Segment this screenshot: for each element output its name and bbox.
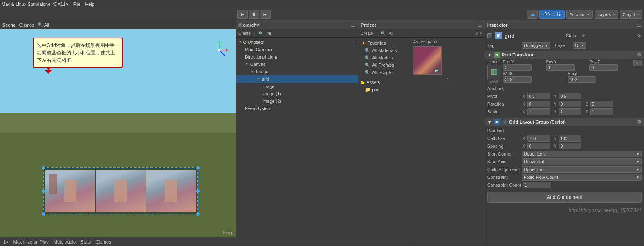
inspector-menu-icon[interactable]: ☰ bbox=[637, 22, 642, 28]
hierarchy-tree[interactable]: ▼ ⊙ Untitled* ☰ Main Camera Directional … bbox=[236, 38, 358, 246]
padding-label: Padding bbox=[487, 128, 520, 133]
tree-item-image2[interactable]: Image (1) bbox=[236, 90, 358, 97]
rect-transform-section[interactable]: ▼ ⊠ Rect Transform ⚙ bbox=[485, 51, 644, 59]
static-label: Static bbox=[566, 33, 577, 38]
pivot-x-val[interactable]: 0.5 bbox=[527, 93, 550, 99]
cell-x-val[interactable]: 100 bbox=[527, 135, 550, 142]
handle-ml[interactable] bbox=[42, 190, 45, 193]
file-menu[interactable]: File bbox=[73, 2, 81, 7]
start-corner-dropdown[interactable]: Upper Left ▼ bbox=[522, 151, 642, 157]
scale-y-val[interactable]: 1 bbox=[559, 108, 581, 115]
constraint-count-val[interactable]: 1 bbox=[523, 182, 551, 188]
pos-y-value[interactable]: 1 bbox=[546, 64, 575, 71]
untitled-menu[interactable]: ☰ bbox=[355, 40, 358, 44]
tree-item-image1[interactable]: Image bbox=[236, 83, 358, 90]
upload-button[interactable]: 抢先上传 bbox=[539, 10, 565, 19]
project-tab[interactable]: Project bbox=[361, 23, 376, 27]
cell-y-val[interactable]: 100 bbox=[559, 135, 581, 142]
tree-item-directionallight[interactable]: Directional Light bbox=[236, 53, 358, 61]
grid-layout-section[interactable]: ▼ ⊞ Grid Layout Group (Script) ⚙ bbox=[485, 118, 644, 126]
pos-z-label: Pos Z bbox=[589, 60, 632, 64]
anchor-visual[interactable] bbox=[487, 65, 501, 79]
project-menu-icon[interactable]: ☰ bbox=[478, 22, 482, 28]
pic-folder-item[interactable]: 📁 pic bbox=[358, 86, 411, 93]
stats-btn[interactable]: Stats bbox=[81, 239, 91, 244]
tree-item-eventsystem[interactable]: EventSystem bbox=[236, 105, 358, 112]
tree-item-image3[interactable]: Image (2) bbox=[236, 97, 358, 105]
hierarchy-all-btn[interactable]: All bbox=[267, 31, 271, 36]
constraint-dropdown[interactable]: Fixed Row Count ▼ bbox=[522, 174, 642, 181]
spacing-y-val[interactable]: 0 bbox=[559, 143, 581, 149]
inspector-settings-icon[interactable]: ⚙ bbox=[637, 33, 642, 38]
handle-tr[interactable] bbox=[196, 166, 200, 169]
gizmos-btn[interactable]: Gizmos bbox=[19, 23, 34, 27]
hierarchy-menu-icon[interactable]: ☰ bbox=[351, 22, 355, 28]
scale-z-val[interactable]: 1 bbox=[590, 108, 613, 115]
pos-x-value[interactable]: 0 bbox=[503, 64, 532, 71]
height-value[interactable]: 102 bbox=[568, 76, 596, 83]
rot-x-val[interactable]: 0 bbox=[527, 101, 550, 107]
inspector-tab[interactable]: Inspector bbox=[487, 23, 508, 27]
project-sidebar: ★ Favorites 🔍 All Materials 🔍 All Models… bbox=[358, 38, 411, 246]
width-value[interactable]: 339 bbox=[503, 76, 532, 83]
rt-settings[interactable]: ⚙ bbox=[637, 52, 642, 58]
gl-settings[interactable]: ⚙ bbox=[637, 119, 642, 125]
anchors-label: Anchors bbox=[487, 86, 520, 91]
grid-frame[interactable] bbox=[43, 167, 198, 214]
handle-tl[interactable] bbox=[42, 166, 45, 169]
gl-active-checkbox[interactable] bbox=[503, 120, 507, 124]
pos-z-value[interactable]: 0 bbox=[589, 64, 618, 71]
handle-mr[interactable] bbox=[196, 190, 200, 193]
project-all-btn[interactable]: All bbox=[389, 31, 393, 36]
all-prefabs-item[interactable]: 🔍 All Prefabs bbox=[358, 61, 411, 69]
scene-tab[interactable]: Scene bbox=[2, 23, 16, 27]
all-models-item[interactable]: 🔍 All Models bbox=[358, 54, 411, 61]
static-dropdown[interactable]: ▼ bbox=[581, 33, 586, 38]
favorites-header[interactable]: ★ Favorites bbox=[358, 39, 411, 47]
object-name[interactable]: grid bbox=[505, 33, 515, 39]
step-button[interactable]: ⏭ bbox=[260, 10, 271, 19]
add-component-button[interactable]: Add Component bbox=[487, 192, 642, 203]
tree-item-grid[interactable]: ▼ grid bbox=[236, 75, 358, 83]
assets-header[interactable]: ▶ Assets bbox=[358, 79, 411, 86]
tree-item-image-root[interactable]: ▼ Image bbox=[236, 68, 358, 75]
child-align-dropdown[interactable]: Upper Left ▼ bbox=[522, 166, 642, 173]
scale-x-val[interactable]: 1 bbox=[527, 108, 550, 115]
layer-dropdown[interactable]: UI ▼ bbox=[573, 42, 586, 49]
all-materials-item[interactable]: 🔍 All Materials bbox=[358, 47, 411, 54]
all-scripts-item[interactable]: 🔍 All Scripts bbox=[358, 69, 411, 76]
tree-item-maincamera[interactable]: Main Camera bbox=[236, 46, 358, 53]
project-create-btn[interactable]: Create bbox=[361, 31, 373, 36]
rt-btn1[interactable]: R bbox=[633, 60, 642, 66]
rot-z-val[interactable]: 0 bbox=[590, 101, 613, 107]
hierarchy-create-btn[interactable]: Create bbox=[238, 31, 251, 36]
hierarchy-tab[interactable]: Hierarchy bbox=[238, 23, 259, 27]
project-thumbnail[interactable]: ▶ bbox=[413, 46, 442, 75]
account-dropdown[interactable]: Account bbox=[566, 10, 593, 19]
object-icon: ⊞ bbox=[495, 32, 502, 39]
all-btn[interactable]: 🔍 All bbox=[38, 22, 49, 27]
tag-dropdown[interactable]: Untagged ▼ bbox=[522, 42, 550, 49]
sc-chevron: ▼ bbox=[636, 152, 640, 156]
gizmos-bottom-btn[interactable]: Gizmos bbox=[96, 239, 111, 244]
rot-y-val[interactable]: 0 bbox=[559, 101, 581, 107]
active-checkbox[interactable] bbox=[487, 33, 492, 38]
mute-btn[interactable]: Mute audio bbox=[54, 239, 76, 244]
handle-bl[interactable] bbox=[42, 212, 45, 216]
layout-dropdown[interactable]: 2 by 3 bbox=[620, 10, 642, 19]
handle-br[interactable] bbox=[196, 212, 200, 216]
pivot-y-val[interactable]: 0.5 bbox=[559, 93, 581, 99]
play-button[interactable]: ▶ bbox=[237, 10, 248, 19]
project-icons[interactable]: ⊞ ≡ bbox=[475, 31, 482, 36]
layers-dropdown[interactable]: Layers bbox=[595, 10, 618, 19]
maximize-btn[interactable]: Maximize on Play bbox=[13, 239, 49, 244]
tree-item-canvas[interactable]: ▼ Canvas bbox=[236, 61, 358, 68]
tree-item-untitled[interactable]: ▼ ⊙ Untitled* ☰ bbox=[236, 38, 358, 46]
scene-background[interactable]: 选中Grid对象，然后在场景视图中手动调整蓝色框的大小和位置，使其上下左右充满相… bbox=[0, 29, 236, 237]
help-menu[interactable]: Help bbox=[85, 2, 94, 7]
start-axis-dropdown[interactable]: Horizontal ▼ bbox=[522, 158, 642, 165]
pos-y-label: Pos Y bbox=[546, 60, 589, 64]
pause-button[interactable]: ⏸ bbox=[249, 10, 259, 19]
spacing-x-val[interactable]: 0 bbox=[527, 143, 550, 149]
cloud-icon[interactable]: ☁ bbox=[527, 10, 538, 19]
